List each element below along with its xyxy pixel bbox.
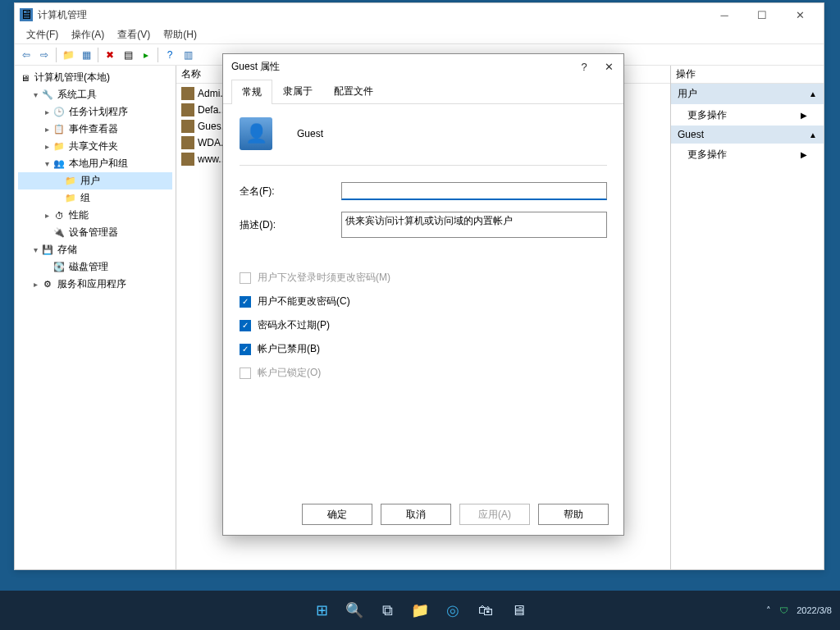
tab-general[interactable]: 常规	[231, 80, 272, 104]
actions-pane: 操作 用户▲ 更多操作▶ Guest▲ 更多操作▶	[671, 66, 824, 569]
tree-groups[interactable]: 📁组	[18, 189, 172, 207]
maximize-button[interactable]: ☐	[743, 3, 781, 26]
tree-device-manager[interactable]: 🔌设备管理器	[18, 224, 172, 241]
tree-shared-folders[interactable]: ▸📁共享文件夹	[18, 138, 172, 155]
titlebar: 🖥 计算机管理 ─ ☐ ✕	[15, 3, 824, 26]
checkbox-account-disabled[interactable]: ✓ 帐户已禁用(B)	[240, 342, 607, 356]
tab-profile[interactable]: 配置文件	[323, 79, 384, 103]
tree-task-scheduler[interactable]: ▸🕒任务计划程序	[18, 103, 172, 121]
checkbox-never-expire[interactable]: ✓ 密码永不过期(P)	[240, 318, 607, 332]
checkbox-change-next-login: 用户下次登录时须更改密码(M)	[240, 271, 607, 285]
tab-memberof[interactable]: 隶属于	[272, 79, 323, 103]
actions-more[interactable]: 更多操作▶	[671, 105, 824, 126]
chevron-right-icon: ▶	[801, 150, 807, 159]
collapse-icon[interactable]: ▲	[809, 89, 817, 98]
view-icon[interactable]: ▥	[180, 47, 196, 63]
actions-more-guest[interactable]: 更多操作▶	[671, 144, 824, 165]
forward-icon[interactable]: ⇨	[36, 47, 52, 63]
checkbox-icon	[240, 272, 251, 284]
guest-properties-dialog: Guest 属性 ? ✕ 常规 隶属于 配置文件 👤 Guest 全名(F): …	[222, 53, 624, 536]
tray-shield-icon[interactable]: 🛡	[779, 605, 788, 615]
help-icon[interactable]: ?	[162, 47, 178, 63]
back-icon[interactable]: ⇦	[18, 47, 34, 63]
actions-header: 操作	[671, 66, 824, 84]
delete-icon[interactable]: ✖	[102, 47, 118, 63]
user-large-icon: 👤	[240, 117, 272, 150]
actions-section-user[interactable]: 用户▲	[671, 84, 824, 105]
window-title: 计算机管理	[38, 8, 87, 22]
chevron-right-icon: ▶	[801, 111, 807, 120]
properties-icon[interactable]: ▦	[78, 47, 94, 63]
tree-event-viewer[interactable]: ▸📋事件查看器	[18, 121, 172, 138]
user-icon	[181, 136, 194, 149]
actions-section-guest[interactable]: Guest▲	[671, 126, 824, 144]
store-icon[interactable]: 🛍	[472, 597, 499, 623]
tree-disk-mgmt[interactable]: 💽磁盘管理	[18, 258, 172, 276]
checkbox-icon	[240, 368, 251, 379]
sheet-icon[interactable]: ▤	[120, 47, 136, 63]
tree-users[interactable]: 📁用户	[18, 172, 172, 189]
tree-root[interactable]: 🖥计算机管理(本地)	[18, 69, 172, 86]
tray-chevron-icon[interactable]: ˄	[766, 605, 771, 616]
cancel-button[interactable]: 取消	[381, 504, 451, 525]
dialog-close-button[interactable]: ✕	[602, 60, 615, 73]
edge-icon[interactable]: ◎	[440, 597, 466, 623]
full-name-label: 全名(F):	[240, 185, 341, 199]
user-icon	[181, 87, 194, 100]
description-input[interactable]	[341, 212, 607, 238]
checkbox-icon[interactable]: ✓	[240, 344, 251, 355]
menu-help[interactable]: 帮助(H)	[157, 26, 203, 43]
tree-local-users[interactable]: ▾👥本地用户和组	[18, 155, 172, 172]
minimize-button[interactable]: ─	[705, 3, 743, 26]
dialog-titlebar: Guest 属性 ? ✕	[223, 54, 623, 79]
ok-button[interactable]: 确定	[302, 504, 372, 525]
taskview-icon[interactable]: ⧉	[374, 597, 400, 623]
apply-button[interactable]: 应用(A)	[459, 504, 530, 525]
refresh-icon[interactable]: ▸	[138, 47, 154, 63]
dialog-tabs: 常规 隶属于 配置文件	[223, 79, 623, 104]
dialog-buttons: 确定 取消 应用(A) 帮助	[223, 494, 623, 535]
user-icon	[181, 153, 194, 166]
tree-system-tools[interactable]: ▾🔧系统工具	[18, 86, 172, 103]
explorer-icon[interactable]: 📁	[407, 597, 433, 623]
menubar: 文件(F) 操作(A) 查看(V) 帮助(H)	[15, 26, 824, 44]
menu-action[interactable]: 操作(A)	[65, 26, 111, 43]
taskbar: ⊞ 🔍 ⧉ 📁 ◎ 🛍 🖥 ˄ 🛡 2022/3/8	[0, 591, 840, 630]
tree-pane[interactable]: 🖥计算机管理(本地) ▾🔧系统工具 ▸🕒任务计划程序 ▸📋事件查看器 ▸📁共享文…	[15, 66, 176, 569]
close-button[interactable]: ✕	[781, 3, 819, 26]
description-label: 描述(D):	[240, 218, 341, 232]
full-name-input[interactable]	[341, 182, 607, 200]
checkbox-icon[interactable]: ✓	[240, 296, 251, 308]
folder-icon[interactable]: 📁	[60, 47, 76, 63]
app-icon[interactable]: 🖥	[505, 597, 532, 623]
menu-view[interactable]: 查看(V)	[111, 26, 157, 43]
user-icon	[181, 120, 194, 133]
taskbar-date[interactable]: 2022/3/8	[797, 605, 832, 615]
collapse-icon[interactable]: ▲	[809, 130, 817, 139]
checkbox-icon[interactable]: ✓	[240, 320, 251, 331]
dialog-help-button[interactable]: ?	[578, 60, 591, 73]
help-button[interactable]: 帮助	[538, 504, 609, 525]
user-icon	[181, 103, 194, 116]
tree-services-apps[interactable]: ▸⚙服务和应用程序	[18, 276, 172, 293]
search-icon[interactable]: 🔍	[341, 597, 368, 623]
dialog-body: 👤 Guest 全名(F): 描述(D): 用户下次登录时须更改密码(M) ✓ …	[223, 104, 623, 494]
dialog-username: Guest	[297, 128, 323, 139]
checkbox-account-locked: 帐户已锁定(O)	[240, 366, 607, 380]
tree-performance[interactable]: ▸⏱性能	[18, 207, 172, 224]
menu-file[interactable]: 文件(F)	[20, 26, 65, 43]
dialog-title: Guest 属性	[231, 60, 280, 74]
app-icon: 🖥	[20, 8, 33, 21]
start-icon[interactable]: ⊞	[308, 597, 335, 623]
checkbox-cannot-change[interactable]: ✓ 用户不能更改密码(C)	[240, 294, 607, 308]
tree-storage[interactable]: ▾💾存储	[18, 241, 172, 258]
